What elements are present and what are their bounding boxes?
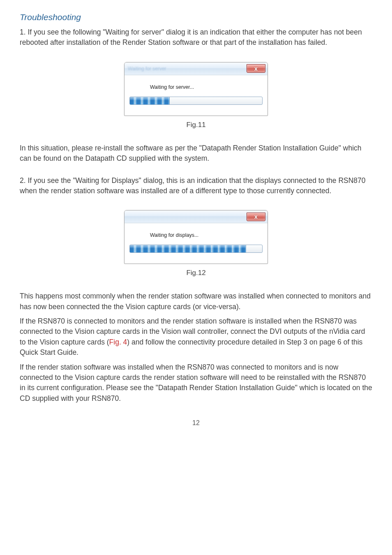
figure-4-link[interactable]: Fig. 4 xyxy=(109,338,127,346)
figure-11-wrap: Waiting for server x Waiting for server.… xyxy=(20,62,372,116)
paragraph-5: If the RSN870 is connected to monitors a… xyxy=(20,316,372,358)
progress-fill xyxy=(130,97,170,104)
paragraph-1: 1. If you see the following "Waiting for… xyxy=(20,27,372,48)
section-title: Troubleshooting xyxy=(20,12,372,22)
progress-fill xyxy=(130,245,246,252)
dialog-titlebar: x xyxy=(125,210,267,223)
close-button[interactable]: x xyxy=(247,64,265,73)
paragraph-3: 2. If you see the "Waiting for Displays"… xyxy=(20,176,372,197)
paragraph-2: In this situation, please re-install the… xyxy=(20,143,372,164)
page-number: 12 xyxy=(20,419,372,427)
dialog-body: Waiting for server... xyxy=(125,75,267,116)
dialog-message: Waiting for displays... xyxy=(150,232,263,238)
waiting-for-server-dialog: Waiting for server x Waiting for server.… xyxy=(124,62,268,116)
paragraph-4: This happens most commonly when the rend… xyxy=(20,291,372,312)
figure-12-caption: Fig.12 xyxy=(20,269,372,277)
waiting-for-displays-dialog: x Waiting for displays... xyxy=(124,210,268,264)
paragraph-6: If the render station software was insta… xyxy=(20,362,372,404)
figure-12-wrap: x Waiting for displays... xyxy=(20,210,372,264)
close-icon: x xyxy=(254,66,258,72)
figure-11-caption: Fig.11 xyxy=(20,121,372,129)
close-button[interactable]: x xyxy=(247,213,265,221)
close-icon: x xyxy=(254,214,258,220)
dialog-message: Waiting for server... xyxy=(150,84,263,90)
dialog-titlebar: Waiting for server x xyxy=(125,62,267,75)
document-page: Troubleshooting 1. If you see the follow… xyxy=(0,0,392,427)
progress-bar xyxy=(129,245,263,253)
progress-bar xyxy=(129,97,263,105)
dialog-title-text: Waiting for server xyxy=(128,66,166,72)
dialog-body: Waiting for displays... xyxy=(125,223,267,264)
